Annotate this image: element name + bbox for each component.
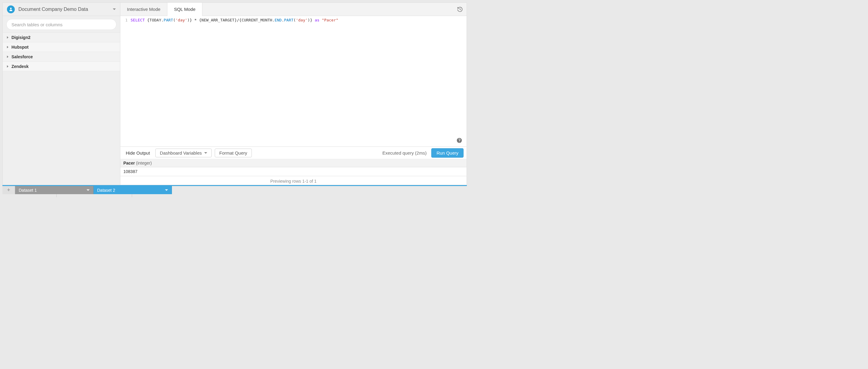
lower-scaffold (2, 194, 467, 197)
dataset-tab-2[interactable]: Dataset 2 (93, 186, 172, 194)
chevron-right-icon (7, 56, 8, 58)
dashboard-variables-button[interactable]: Dashboard Variables (155, 148, 212, 157)
sql-text: )} * {NEW_ARR_TARGET}/{CURRENT_MONTH. (187, 18, 275, 22)
sql-keyword: as (315, 18, 320, 22)
dataset-tab-label: Dataset 2 (97, 188, 115, 193)
mode-tabs: Interactive Mode SQL Mode (120, 3, 467, 16)
dataset-tabs-strip: + Dataset 1 Dataset 2 (2, 185, 467, 194)
button-label: Hide Output (126, 150, 150, 155)
hide-output-button[interactable]: Hide Output (123, 148, 152, 157)
sidebar: Document Company Demo Data Digisign2 Hub… (3, 3, 120, 185)
table-label: Hubspot (11, 45, 29, 50)
add-dataset-button[interactable]: + (2, 186, 15, 194)
sql-keyword: SELECT (131, 18, 145, 22)
button-label: Dashboard Variables (160, 150, 202, 155)
history-button[interactable] (453, 3, 467, 16)
run-query-button[interactable]: Run Query (431, 148, 464, 158)
caret-down-icon (113, 8, 116, 10)
sql-editor[interactable]: 1 SELECT {TODAY.PART('day')} * {NEW_ARR_… (120, 16, 467, 146)
button-label: Format Query (219, 150, 247, 155)
sql-string: 'day' (296, 18, 308, 22)
dataset-tab-1[interactable]: Dataset 1 (15, 186, 93, 194)
sql-function: PART (164, 18, 173, 22)
button-label: Run Query (436, 150, 459, 155)
editor-code[interactable]: SELECT {TODAY.PART('day')} * {NEW_ARR_TA… (129, 16, 467, 146)
sql-text: )} (308, 18, 315, 22)
cell-value: 108387 (123, 169, 137, 174)
results-table: Pacer (integer) 108387 Previewing rows 1… (120, 159, 467, 185)
tab-sql-mode[interactable]: SQL Mode (167, 3, 203, 16)
sql-string: 'day' (176, 18, 187, 22)
app-root: Document Company Demo Data Digisign2 Hub… (0, 0, 469, 200)
sql-text: ( (173, 18, 176, 22)
line-number: 1 (120, 18, 128, 22)
results-toolbar: Hide Output Dashboard Variables Format Q… (120, 146, 467, 159)
table-item-hubspot[interactable]: Hubspot (3, 42, 120, 52)
sql-text: ( (293, 18, 296, 22)
datasource-logo-icon (7, 5, 15, 13)
history-icon (457, 6, 463, 12)
preview-footer: Previewing rows 1-1 of 1 (120, 176, 467, 185)
dataset-tab-label: Dataset 1 (19, 188, 37, 193)
chevron-right-icon (7, 46, 8, 48)
caret-down-icon (204, 152, 207, 154)
column-type: (integer) (135, 161, 152, 166)
table-item-digisign2[interactable]: Digisign2 (3, 33, 120, 42)
workspace: Document Company Demo Data Digisign2 Hub… (2, 2, 467, 185)
table-item-salesforce[interactable]: Salesforce (3, 52, 120, 62)
results-row[interactable]: 108387 (120, 167, 467, 176)
main-panel: Interactive Mode SQL Mode 1 (120, 3, 467, 185)
table-label: Digisign2 (11, 35, 30, 40)
tab-label: Interactive Mode (127, 7, 160, 12)
sql-property: END (275, 18, 281, 22)
chevron-right-icon (7, 65, 8, 68)
search-input[interactable] (6, 19, 116, 30)
sql-alias: "Pacer" (322, 18, 338, 22)
help-button[interactable] (456, 137, 462, 143)
table-item-zendesk[interactable]: Zendesk (3, 62, 120, 71)
help-icon (456, 137, 462, 143)
table-list: Digisign2 Hubspot Salesforce Zendesk (3, 32, 120, 71)
plus-icon: + (7, 187, 10, 193)
sql-function: PART (284, 18, 293, 22)
datasource-selector[interactable]: Document Company Demo Data (3, 3, 120, 16)
tab-interactive-mode[interactable]: Interactive Mode (120, 3, 167, 16)
sql-text: . (282, 18, 284, 22)
table-label: Zendesk (11, 64, 29, 69)
caret-down-icon (87, 189, 90, 191)
execution-status: Executed query (2ms) (382, 150, 427, 155)
format-query-button[interactable]: Format Query (215, 148, 252, 157)
chevron-right-icon (7, 36, 8, 39)
preview-text: Previewing rows 1-1 of 1 (270, 179, 316, 183)
search-wrap (3, 16, 120, 32)
results-column-header[interactable]: Pacer (integer) (120, 159, 467, 167)
editor-gutter: 1 (120, 16, 129, 146)
tabs-spacer (203, 3, 453, 16)
tab-label: SQL Mode (174, 7, 195, 12)
caret-down-icon (165, 189, 168, 191)
sql-text (319, 18, 322, 22)
column-name: Pacer (123, 161, 135, 166)
datasource-title: Document Company Demo Data (19, 7, 113, 12)
table-label: Salesforce (11, 54, 33, 59)
sql-text: {TODAY. (145, 18, 164, 22)
